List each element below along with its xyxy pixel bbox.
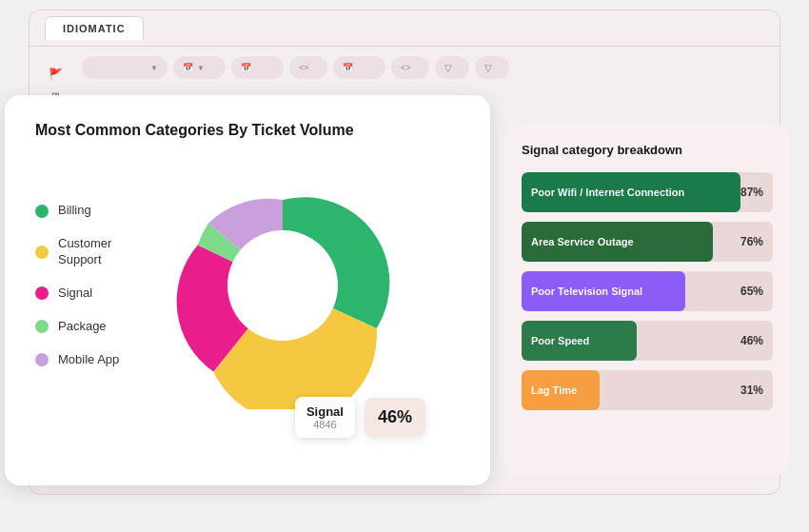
- donut-svg: [159, 162, 406, 409]
- toolbar-pill-8[interactable]: ▽: [475, 56, 509, 79]
- app-title: IDIOMATIC: [63, 23, 126, 34]
- legend-item-billing: Billing: [35, 203, 140, 219]
- donut-chart-card: Most Common Categories By Ticket Volume …: [5, 95, 490, 485]
- legend-dot-customer: [35, 246, 49, 259]
- breakdown-title: Signal category breakdown: [522, 143, 773, 157]
- tooltip-name: Signal: [306, 404, 344, 419]
- chart-tooltip: Signal 4846 46%: [295, 397, 425, 438]
- legend-label-mobile: Mobile App: [58, 352, 119, 368]
- legend-dot-package: [35, 320, 49, 333]
- legend-label-signal: Signal: [58, 286, 92, 302]
- app-titlebar: IDIOMATIC: [30, 10, 779, 47]
- bar-fill-lag: Lag Time: [522, 370, 600, 410]
- bar-row-tv: Poor Television Signal 65%: [522, 271, 773, 311]
- bar-label-tv: Poor Television Signal: [531, 286, 642, 297]
- bar-label-lag: Lag Time: [531, 384, 577, 396]
- tooltip-label-box: Signal 4846: [295, 397, 355, 438]
- toolbar-controls: ▼ 📅 ▼ 📅 <> 📅 <> ▽ ▽: [30, 49, 779, 87]
- bar-percent-tv: 65%: [740, 285, 763, 298]
- legend-item-customer: CustomerSupport: [35, 236, 140, 268]
- legend-item-package: Package: [35, 319, 140, 335]
- toolbar-pill-6[interactable]: <>: [391, 56, 429, 79]
- bar-row-speed: Poor Speed 46%: [522, 321, 773, 361]
- toolbar-pill-4[interactable]: <>: [289, 56, 327, 79]
- bar-fill-outage: Area Service Outage: [522, 222, 713, 262]
- bar-row-wifi: Poor Wifi / Internet Connection 87%: [522, 172, 773, 212]
- bar-row-lag: Lag Time 31%: [522, 370, 773, 410]
- donut-hole: [227, 230, 338, 341]
- tooltip-value: 4846: [306, 419, 344, 430]
- legend-dot-mobile: [35, 353, 49, 366]
- bar-fill-wifi: Poor Wifi / Internet Connection: [522, 172, 740, 212]
- toolbar-pill-5[interactable]: 📅: [333, 56, 385, 79]
- toolbar-pill-2[interactable]: 📅 ▼: [173, 56, 226, 79]
- donut-chart[interactable]: Signal 4846 46%: [159, 162, 406, 409]
- legend-item-signal: Signal: [35, 286, 140, 302]
- bar-fill-tv: Poor Television Signal: [522, 271, 685, 311]
- legend-item-mobile: Mobile App: [35, 352, 140, 368]
- toolbar-pill-7[interactable]: ▽: [435, 56, 469, 79]
- chart-legend: Billing CustomerSupport Signal Package M…: [35, 203, 140, 367]
- donut-chart-title: Most Common Categories By Ticket Volume: [35, 122, 460, 139]
- bar-label-wifi: Poor Wifi / Internet Connection: [531, 187, 684, 198]
- bar-percent-lag: 31%: [740, 384, 763, 397]
- bar-percent-speed: 46%: [740, 334, 763, 347]
- bar-label-outage: Area Service Outage: [531, 236, 634, 247]
- flag-icon[interactable]: 🚩: [47, 66, 64, 83]
- legend-label-billing: Billing: [58, 203, 91, 219]
- bar-percent-outage: 76%: [740, 235, 763, 248]
- breakdown-bars: Poor Wifi / Internet Connection 87% Area…: [522, 172, 773, 410]
- donut-content: Billing CustomerSupport Signal Package M…: [35, 162, 460, 409]
- bar-percent-wifi: 87%: [740, 186, 763, 199]
- legend-label-customer: CustomerSupport: [58, 236, 111, 268]
- breakdown-card: Signal category breakdown Poor Wifi / In…: [504, 124, 790, 476]
- tooltip-percent: 46%: [365, 398, 425, 437]
- bar-row-outage: Area Service Outage 76%: [522, 222, 773, 262]
- toolbar-pill-3[interactable]: 📅: [231, 56, 284, 79]
- bar-label-speed: Poor Speed: [531, 335, 589, 346]
- bar-fill-speed: Poor Speed: [522, 321, 637, 361]
- legend-label-package: Package: [58, 319, 107, 335]
- app-title-tab[interactable]: IDIOMATIC: [45, 16, 144, 40]
- toolbar-pill-1[interactable]: ▼: [82, 56, 168, 79]
- legend-dot-billing: [35, 205, 49, 218]
- legend-dot-signal: [35, 286, 49, 300]
